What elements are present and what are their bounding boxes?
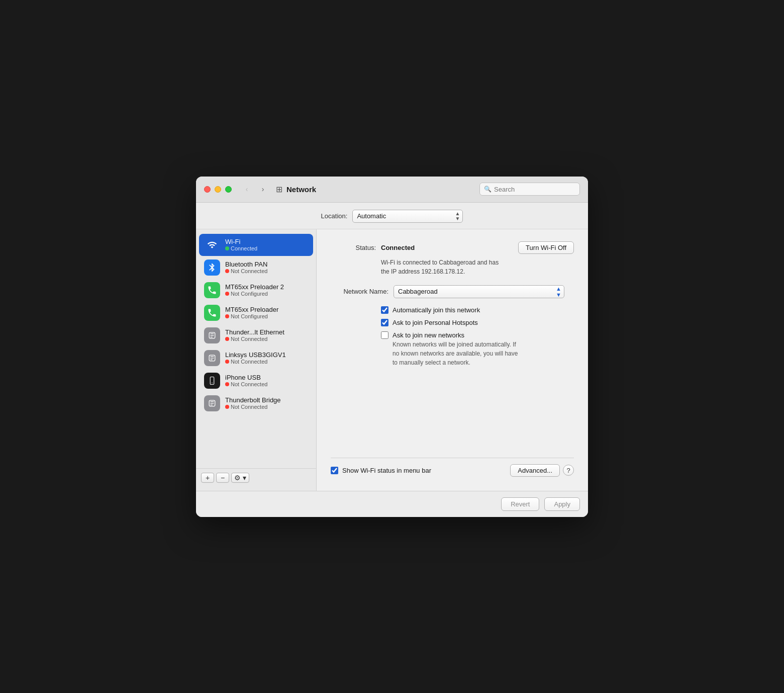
bluetooth-icon: [204, 259, 220, 276]
remove-network-button[interactable]: −: [216, 473, 229, 483]
svg-point-3: [212, 382, 213, 383]
thunderbolt-bridge-status: Not Connected: [225, 404, 308, 410]
window-footer: Revert Apply: [196, 491, 588, 517]
iphone-usb-item-text: iPhone USB Not Connected: [225, 374, 308, 387]
status-label: Status:: [331, 244, 376, 251]
sidebar-item-mt65xx[interactable]: MT65xx Preloader Not Configured: [199, 302, 313, 324]
bluetooth-item-text: Bluetooth PAN Not Connected: [225, 261, 308, 274]
location-label: Location:: [321, 212, 348, 220]
mt65xx-icon: [204, 305, 220, 321]
thunderbolt-bridge-status-dot: [225, 405, 229, 409]
help-button[interactable]: ?: [563, 465, 574, 476]
mt65xx-status: Not Configured: [225, 313, 308, 319]
new-networks-checkbox-row: Ask to join new networks: [381, 331, 574, 339]
sidebar: Wi-Fi Connected Blue: [196, 229, 317, 491]
iphone-usb-icon: [204, 373, 220, 389]
auto-join-row: Automatically join this network: [381, 306, 574, 314]
auto-join-checkbox-row: Automatically join this network: [381, 306, 574, 314]
bluetooth-status: Not Connected: [225, 268, 308, 274]
mt65xx2-status: Not Configured: [225, 291, 308, 297]
maximize-button[interactable]: [225, 186, 232, 193]
wifi-status-dot: [225, 246, 229, 250]
search-icon: 🔍: [484, 186, 492, 193]
gear-button[interactable]: ⚙ ▾: [231, 473, 249, 483]
window-title: Network: [286, 185, 316, 194]
turn-wifi-button[interactable]: Turn Wi-Fi Off: [518, 241, 574, 254]
thunderbolt-eth-icon: [204, 327, 220, 343]
checkbox-group: Automatically join this network Ask to j…: [381, 306, 574, 367]
personal-hotspot-row: Ask to join Personal Hotspots: [381, 319, 574, 326]
wifi-status: Connected: [225, 245, 308, 251]
sidebar-item-bluetooth[interactable]: Bluetooth PAN Not Connected: [199, 256, 313, 279]
new-networks-row: Ask to join new networks Known networks …: [381, 331, 574, 367]
iphone-usb-status-dot: [225, 382, 229, 386]
main-content: Wi-Fi Connected Blue: [196, 229, 588, 491]
thunderbolt-eth-status-dot: [225, 337, 229, 341]
personal-hotspot-checkbox-row: Ask to join Personal Hotspots: [381, 319, 574, 326]
linksys-item-text: Linksys USB3GIGV1 Not Connected: [225, 351, 308, 365]
network-name-label: Network Name:: [331, 288, 388, 295]
sidebar-item-mt65xx2[interactable]: MT65xx Preloader 2 Not Configured: [199, 279, 313, 301]
location-select[interactable]: Automatic Edit Locations...: [352, 210, 463, 223]
mt65xx-name: MT65xx Preloader: [225, 306, 308, 313]
bluetooth-status-dot: [225, 269, 229, 273]
close-button[interactable]: [204, 186, 211, 193]
sidebar-list: Wi-Fi Connected Blue: [196, 233, 316, 468]
sidebar-item-linksys[interactable]: Linksys USB3GIGV1 Not Connected: [199, 347, 313, 369]
sidebar-footer: + − ⚙ ▾: [196, 468, 316, 487]
thunderbolt-bridge-name: Thunderbolt Bridge: [225, 396, 308, 404]
status-row: Status: Connected Turn Wi-Fi Off: [331, 241, 574, 254]
forward-button[interactable]: ›: [256, 184, 270, 195]
linksys-status: Not Connected: [225, 359, 308, 365]
search-input[interactable]: [494, 186, 575, 193]
linksys-name: Linksys USB3GIGV1: [225, 351, 308, 359]
new-networks-note: Known networks will be joined automatica…: [393, 340, 574, 367]
mt65xx2-name: MT65xx Preloader 2: [225, 283, 308, 291]
network-preferences-window: ‹ › ⊞ Network 🔍 Location: Automatic Edit…: [196, 177, 588, 517]
iphone-usb-name: iPhone USB: [225, 374, 308, 381]
wifi-icon: [204, 237, 220, 253]
sidebar-item-thunderbolt-eth[interactable]: Thunder...lt Ethernet Not Connected: [199, 324, 313, 347]
auto-join-label: Automatically join this network: [393, 306, 480, 314]
show-wifi-checkbox[interactable]: [331, 467, 338, 474]
status-description: Wi-Fi is connected to Cabbageroad and ha…: [381, 258, 574, 276]
apply-button[interactable]: Apply: [544, 497, 580, 511]
sidebar-item-thunderbolt-bridge[interactable]: Thunderbolt Bridge Not Connected: [199, 392, 313, 414]
titlebar: ‹ › ⊞ Network 🔍: [196, 177, 588, 203]
minimize-button[interactable]: [215, 186, 221, 193]
mt65xx2-icon: [204, 282, 220, 298]
personal-hotspot-checkbox[interactable]: [381, 319, 388, 326]
sidebar-item-wifi[interactable]: Wi-Fi Connected: [199, 234, 313, 256]
back-button[interactable]: ‹: [240, 184, 254, 195]
spacer: [331, 375, 574, 458]
bottom-bar: Show Wi-Fi status in menu bar Advanced..…: [331, 458, 574, 479]
auto-join-checkbox[interactable]: [381, 306, 388, 314]
thunderbolt-eth-name: Thunder...lt Ethernet: [225, 328, 308, 336]
location-select-wrapper: Automatic Edit Locations... ▲▼: [352, 210, 463, 223]
thunderbolt-bridge-icon: [204, 395, 220, 411]
mt65xx2-status-dot: [225, 292, 229, 296]
show-wifi-label: Show Wi-Fi status in menu bar: [342, 467, 431, 474]
revert-button[interactable]: Revert: [501, 497, 539, 511]
add-network-button[interactable]: +: [201, 473, 214, 483]
detail-panel: Status: Connected Turn Wi-Fi Off Wi-Fi i…: [317, 229, 588, 491]
search-box: 🔍: [479, 183, 580, 196]
traffic-lights: [204, 186, 232, 193]
thunderbolt-eth-status: Not Connected: [225, 336, 308, 342]
wifi-name: Wi-Fi: [225, 238, 308, 245]
iphone-usb-status: Not Connected: [225, 381, 308, 387]
linksys-status-dot: [225, 360, 229, 364]
mt65xx-status-dot: [225, 314, 229, 318]
network-name-row: Network Name: Cabbageroad ▲▼: [331, 285, 574, 298]
thunderbolt-eth-item-text: Thunder...lt Ethernet Not Connected: [225, 328, 308, 342]
network-name-select[interactable]: Cabbageroad: [394, 285, 564, 298]
show-wifi-row: Show Wi-Fi status in menu bar: [331, 467, 510, 474]
mt65xx2-item-text: MT65xx Preloader 2 Not Configured: [225, 283, 308, 297]
advanced-button[interactable]: Advanced...: [510, 464, 560, 477]
grid-icon[interactable]: ⊞: [276, 185, 282, 194]
new-networks-checkbox[interactable]: [381, 331, 388, 339]
nav-buttons: ‹ ›: [240, 184, 270, 195]
bluetooth-name: Bluetooth PAN: [225, 261, 308, 268]
sidebar-item-iphone-usb[interactable]: iPhone USB Not Connected: [199, 370, 313, 392]
linksys-icon: [204, 350, 220, 366]
